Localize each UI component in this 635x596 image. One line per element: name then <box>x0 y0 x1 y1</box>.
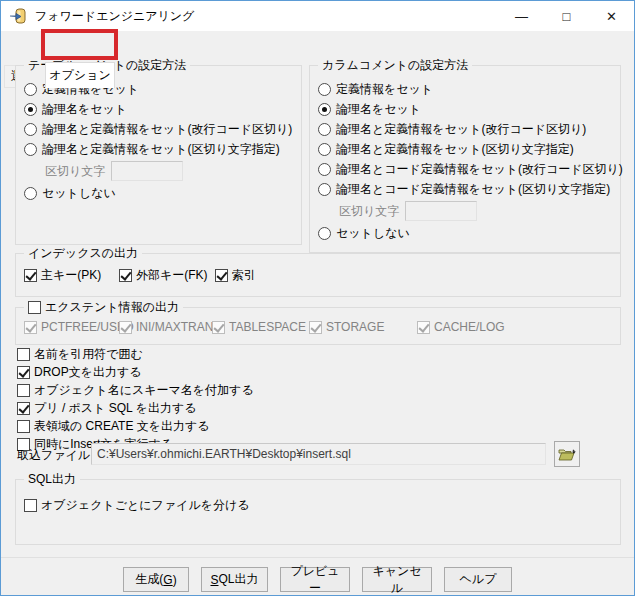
generate-button[interactable]: 生成(G) <box>123 567 189 592</box>
radio-label: 論理名と定義情報をセット(区切り文字指定) <box>336 141 574 158</box>
browse-file-button[interactable] <box>554 441 580 467</box>
open-folder-icon <box>558 447 577 462</box>
option-checkbox-list: 名前を引用符で囲む DROP文を出力する オブジェクト名にスキーマ名を付加する … <box>17 345 617 453</box>
titlebar: フォワードエンジニアリング — □ ✕ <box>1 1 634 31</box>
extent-info-group-title: エクステント情報の出力 <box>45 299 179 316</box>
radio-icon <box>318 123 331 136</box>
radio-option[interactable]: 論理名とコード定義情報をセット(区切り文字指定) <box>318 179 612 199</box>
checkbox-option[interactable]: プリ / ポスト SQL を出力する <box>17 399 617 417</box>
minimize-button[interactable]: — <box>499 1 544 31</box>
radio-label: 論理名と定義情報をセット(区切り文字指定) <box>42 141 280 158</box>
maximize-button[interactable]: □ <box>544 1 589 31</box>
checkbox-icon <box>215 269 228 282</box>
app-icon <box>9 7 27 25</box>
sql-output-group: SQL出力 オブジェクトごとにファイルを分ける <box>15 479 621 545</box>
radio-option[interactable]: 論理名と定義情報をセット(区切り文字指定) <box>24 139 293 159</box>
radio-option[interactable]: 論理名とコード定義情報をセット(改行コード区切り) <box>318 159 612 179</box>
window-title: フォワードエンジニアリング <box>35 8 194 25</box>
radio-label: セットしない <box>42 185 116 202</box>
button-label: 生成( <box>135 571 163 588</box>
radio-option[interactable]: 論理名をセット <box>318 99 612 119</box>
button-mnemonic: S <box>210 573 218 587</box>
cancel-button[interactable]: キャンセル <box>362 567 432 592</box>
radio-option[interactable]: 論理名と定義情報をセット(改行コード区切り) <box>24 119 293 139</box>
radio-option[interactable]: 論理名をセット <box>24 99 293 119</box>
index-output-group-title: インデックスの出力 <box>24 245 142 262</box>
checkbox-icon <box>17 348 30 361</box>
forward-engineering-dialog: フォワードエンジニアリング — □ ✕ 選択 オプション テーブルコメントの設定… <box>0 0 635 596</box>
checkbox-option[interactable]: 索引 <box>215 266 256 284</box>
radio-label: 論理名をセット <box>42 101 127 118</box>
delimiter-input <box>405 201 477 221</box>
button-mnemonic: G <box>163 573 172 587</box>
checkbox-label: 索引 <box>232 267 256 284</box>
checkbox-icon <box>17 384 30 397</box>
checkbox-option[interactable]: 主キー(PK) <box>24 266 119 284</box>
checkbox-option-disabled: TABLESPACE <box>212 318 309 336</box>
radio-option[interactable]: 定義情報をセット <box>318 79 612 99</box>
checkbox-label: プリ / ポスト SQL を出力する <box>34 400 197 417</box>
import-file-label: 取込ファイル <box>17 447 90 464</box>
radio-label: 定義情報をセット <box>336 81 433 98</box>
radio-icon <box>318 83 331 96</box>
checkbox-label: 主キー(PK) <box>41 267 101 284</box>
column-comment-group: カラムコメントの設定方法 定義情報をセット 論理名をセット 論理名と定義情報をセ… <box>309 65 621 253</box>
checkbox-option-disabled: CACHE/LOG <box>417 318 505 336</box>
checkbox-icon <box>24 499 37 512</box>
radio-icon <box>318 183 331 196</box>
index-output-group: インデックスの出力 主キー(PK) 外部キー(FK) 索引 <box>15 253 621 297</box>
import-file-input[interactable] <box>91 443 546 465</box>
checkbox-label: 表領域の CREATE 文を出力する <box>34 418 210 435</box>
checkbox-icon <box>17 420 30 433</box>
radio-icon <box>318 227 331 240</box>
checkbox-label: TABLESPACE <box>229 320 306 334</box>
footer-divider <box>1 557 634 558</box>
window-controls: — □ ✕ <box>499 1 634 31</box>
radio-icon <box>318 143 331 156</box>
checkbox-option-disabled: INI/MAXTRANS <box>119 318 212 336</box>
checkbox-icon <box>24 269 37 282</box>
tab-strip: 選択 オプション <box>1 31 634 58</box>
checkbox-option[interactable]: 名前を引用符で囲む <box>17 345 617 363</box>
checkbox-option[interactable]: オブジェクト名にスキーマ名を付加する <box>17 381 617 399</box>
table-comment-group: テーブルコメントの設定方法 定義情報をセット 論理名をセット 論理名と定義情報を… <box>15 65 302 245</box>
checkbox-icon <box>212 321 225 334</box>
checkbox-icon <box>24 321 37 334</box>
checkbox-label: オブジェクトごとにファイルを分ける <box>41 497 250 514</box>
checkbox-option[interactable]: DROP文を出力する <box>17 363 617 381</box>
preview-button[interactable]: プレビュー <box>280 567 350 592</box>
radio-label: 論理名と定義情報をセット(改行コード区切り) <box>42 121 292 138</box>
sql-output-button[interactable]: SQL出力 <box>201 567 268 592</box>
radio-option[interactable]: セットしない <box>318 223 612 243</box>
radio-option[interactable]: 論理名と定義情報をセット(改行コード区切り) <box>318 119 612 139</box>
radio-option[interactable]: セットしない <box>24 183 293 203</box>
delimiter-label: 区切り文字 <box>45 163 105 180</box>
radio-icon <box>318 103 331 116</box>
radio-icon <box>24 123 37 136</box>
sql-output-group-title: SQL出力 <box>24 471 80 488</box>
radio-label: 論理名とコード定義情報をセット(区切り文字指定) <box>336 181 610 198</box>
radio-label: 論理名をセット <box>336 101 421 118</box>
footer-button-row: 生成(G) SQL出力 プレビュー キャンセル ヘルプ <box>1 567 634 592</box>
radio-option[interactable]: 論理名と定義情報をセット(区切り文字指定) <box>318 139 612 159</box>
checkbox-option[interactable]: 外部キー(FK) <box>119 266 215 284</box>
checkbox-option[interactable]: オブジェクトごとにファイルを分ける <box>24 496 612 514</box>
close-button[interactable]: ✕ <box>589 1 634 31</box>
checkbox-option-disabled: PCTFREE/USED <box>24 318 119 336</box>
checkbox-icon <box>17 402 30 415</box>
delimiter-row: 区切り文字 <box>45 159 293 183</box>
radio-icon <box>318 163 331 176</box>
checkbox-label: 名前を引用符で囲む <box>34 346 143 363</box>
radio-label: 論理名と定義情報をセット(改行コード区切り) <box>336 121 586 138</box>
checkbox-label: DROP文を出力する <box>34 364 142 381</box>
radio-label: セットしない <box>336 225 410 242</box>
checkbox-label: オブジェクト名にスキーマ名を付加する <box>34 382 254 399</box>
radio-icon <box>24 83 37 96</box>
help-button[interactable]: ヘルプ <box>444 567 512 592</box>
delimiter-row: 区切り文字 <box>339 199 612 223</box>
checkbox-option[interactable]: 表領域の CREATE 文を出力する <box>17 417 617 435</box>
extent-info-group-legend[interactable]: エクステント情報の出力 <box>24 299 183 316</box>
tab-options[interactable]: オプション <box>45 62 115 88</box>
delimiter-label: 区切り文字 <box>339 203 399 220</box>
column-comment-group-title: カラムコメントの設定方法 <box>318 57 472 74</box>
